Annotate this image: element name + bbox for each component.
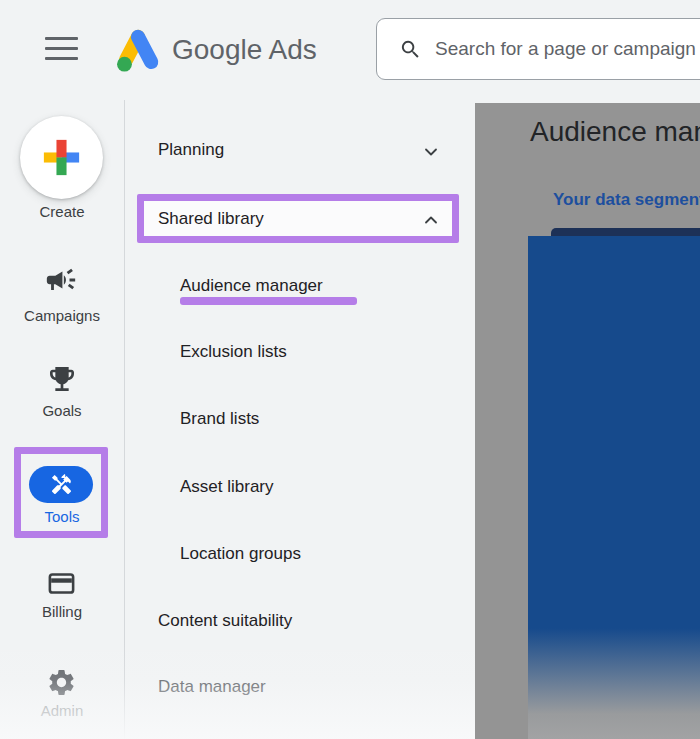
- dimmed-blue-panel: [528, 236, 700, 739]
- search-bar[interactable]: [376, 18, 700, 80]
- sidebar-item-billing[interactable]: Billing: [0, 603, 124, 620]
- chevron-up-icon[interactable]: [421, 210, 441, 230]
- tab-your-data-segments[interactable]: Your data segments: [553, 190, 700, 210]
- search-input[interactable]: [435, 38, 700, 60]
- google-ads-window: Google Ads Create Campaigns Goals Tools …: [0, 0, 700, 739]
- nav-item-exclusion-lists[interactable]: Exclusion lists: [180, 342, 287, 362]
- nav-item-audience-manager[interactable]: Audience manager: [180, 276, 323, 296]
- nav-item-data-manager[interactable]: Data manager: [158, 677, 266, 697]
- sidebar-item-tools[interactable]: [29, 466, 93, 503]
- search-icon: [399, 38, 422, 61]
- chevron-down-icon[interactable]: [421, 142, 441, 162]
- tools-label[interactable]: Tools: [0, 508, 124, 525]
- sidebar-item-admin[interactable]: Admin: [0, 702, 124, 719]
- nav-item-shared-library[interactable]: Shared library: [158, 209, 264, 229]
- wrench-hammer-icon: [50, 473, 73, 496]
- multicolor-plus-icon: [38, 134, 85, 181]
- app-title: Google Ads: [172, 34, 317, 66]
- nav-item-asset-library[interactable]: Asset library: [180, 477, 274, 497]
- page-title: Audience manager: [530, 116, 700, 148]
- nav-item-location-groups[interactable]: Location groups: [180, 544, 301, 564]
- google-ads-logo-icon: [110, 26, 164, 74]
- create-button[interactable]: [20, 116, 103, 199]
- hamburger-menu-icon[interactable]: [45, 36, 78, 62]
- sidebar-item-goals[interactable]: Goals: [0, 402, 124, 419]
- trophy-icon[interactable]: [46, 363, 78, 395]
- megaphone-icon[interactable]: [44, 263, 78, 297]
- nav-item-content-suitability[interactable]: Content suitability: [158, 611, 292, 631]
- audience-manager-underline-annotation: [180, 297, 357, 305]
- panel-divider: [124, 100, 125, 739]
- nav-item-planning[interactable]: Planning: [158, 140, 224, 160]
- nav-item-brand-lists[interactable]: Brand lists: [180, 409, 259, 429]
- sidebar-item-campaigns[interactable]: Campaigns: [0, 307, 124, 324]
- create-label: Create: [0, 203, 124, 220]
- gear-icon[interactable]: [46, 667, 77, 698]
- google-ads-logo[interactable]: [110, 26, 164, 74]
- credit-card-icon[interactable]: [46, 568, 77, 599]
